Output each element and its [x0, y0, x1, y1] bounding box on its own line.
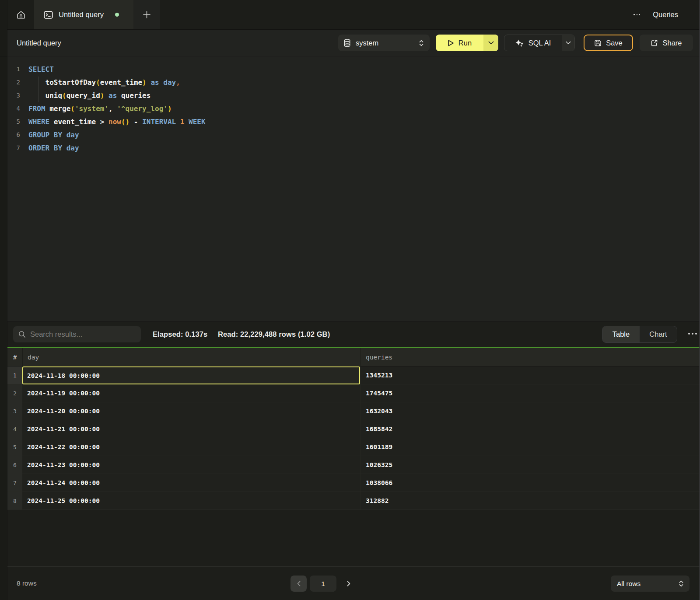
chevron-down-icon: [488, 41, 494, 45]
token-pl: [159, 78, 164, 87]
day-cell[interactable]: 2024-11-21 00:00:00: [22, 420, 360, 438]
code-line-3[interactable]: 3 uniq(query_id) as queries: [7, 89, 700, 102]
page-number-button[interactable]: 1: [310, 576, 336, 592]
queries-cell[interactable]: 1026325: [360, 456, 700, 474]
token-pl: uniq: [28, 91, 62, 100]
search-placeholder: Search results...: [30, 330, 82, 338]
queries-cell[interactable]: 1685842: [360, 420, 700, 438]
day-cell[interactable]: 2024-11-25 00:00:00: [22, 492, 360, 509]
queries-cell[interactable]: 1345213: [360, 366, 700, 384]
results-footer: 8 rows 1 All rows: [7, 566, 700, 600]
run-button[interactable]: Run: [436, 35, 483, 51]
sql-ai-button[interactable]: SQL AI: [504, 35, 562, 51]
select-chevrons-icon: [418, 39, 424, 47]
run-options-button[interactable]: [483, 35, 498, 51]
code-line-2[interactable]: 2 toStartOfDay(event_time) as day,: [7, 76, 700, 89]
tab-table[interactable]: Table: [602, 326, 640, 342]
plus-icon: [143, 10, 151, 19]
token-kw: GROUP BY day: [28, 131, 79, 139]
column-header-index[interactable]: #: [7, 348, 22, 366]
rail-divider: [0, 56, 7, 56]
more-menu-button[interactable]: [632, 12, 642, 17]
queries-cell[interactable]: 1601189: [360, 438, 700, 456]
sql-ai-button-group: SQL AI: [504, 35, 575, 51]
results-more-button[interactable]: [686, 330, 699, 337]
share-button[interactable]: Share: [640, 35, 693, 51]
tab-chart[interactable]: Chart: [640, 326, 677, 342]
queries-cell[interactable]: 1632043: [360, 402, 700, 420]
sql-ai-button-label: SQL AI: [528, 39, 551, 47]
day-cell[interactable]: 2024-11-23 00:00:00: [22, 456, 360, 474]
code-text: uniq(query_id) as queries: [28, 91, 150, 100]
page-size-value: All rows: [617, 580, 640, 588]
home-button[interactable]: [7, 0, 34, 29]
token-st: 'system': [75, 105, 108, 113]
line-number: 2: [7, 79, 20, 86]
tab-untitled-query[interactable]: Untitled query: [34, 0, 133, 29]
row-index-cell[interactable]: 6: [7, 456, 22, 474]
chevron-right-icon: [347, 581, 350, 586]
token-pl: toStartOfDay: [28, 78, 96, 87]
token-pl: [176, 118, 180, 126]
token-pr: ): [100, 91, 105, 100]
next-page-button[interactable]: [346, 576, 352, 592]
top-tab-bar: Untitled query Queries: [7, 0, 700, 30]
code-line-5[interactable]: 5WHERE event_time > now() - INTERVAL 1 W…: [7, 115, 700, 128]
query-title: Untitled query: [17, 30, 61, 56]
code-line-7[interactable]: 7ORDER BY day: [7, 141, 700, 154]
queries-cell[interactable]: 1745475: [360, 384, 700, 402]
sql-ai-options-button[interactable]: [562, 35, 574, 51]
run-button-group: Run: [436, 35, 498, 51]
save-button-label: Save: [606, 39, 623, 47]
token-kw: FROM: [28, 105, 46, 113]
code-line-6[interactable]: 6GROUP BY day: [7, 128, 700, 141]
chevron-down-icon: [566, 41, 571, 45]
queries-cell[interactable]: 312882: [360, 492, 700, 509]
row-index-cell[interactable]: 5: [7, 438, 22, 456]
run-button-label: Run: [458, 39, 472, 47]
queries-cell[interactable]: 1038066: [360, 474, 700, 492]
token-pl: event_time >: [49, 118, 108, 126]
row-count-label: 8 rows: [17, 567, 37, 600]
query-header: Untitled query system: [7, 30, 700, 56]
row-index-cell[interactable]: 2: [7, 384, 22, 402]
prev-page-button[interactable]: [290, 576, 307, 592]
sql-editor[interactable]: 1SELECT2 toStartOfDay(event_time) as day…: [7, 56, 700, 321]
row-index-cell[interactable]: 8: [7, 492, 22, 509]
day-cell[interactable]: 2024-11-18 00:00:00: [22, 366, 360, 384]
search-results-input[interactable]: Search results...: [13, 326, 141, 342]
code-line-1[interactable]: 1SELECT: [7, 63, 700, 76]
table-row-6: 62024-11-23 00:00:001026325: [7, 456, 700, 474]
table-row-3: 32024-11-20 00:00:001632043: [7, 402, 700, 420]
table-row-5: 52024-11-22 00:00:001601189: [7, 438, 700, 456]
database-select[interactable]: system: [338, 35, 430, 51]
save-icon: [594, 39, 602, 47]
pagination: 1: [290, 576, 352, 592]
tab-title: Untitled query: [59, 10, 104, 19]
new-tab-button[interactable]: [133, 0, 160, 29]
token-pr: ): [142, 78, 147, 87]
queries-link[interactable]: Queries: [653, 10, 678, 19]
results-table: # day queries 12024-11-18 00:00:00134521…: [7, 348, 700, 510]
row-index-cell[interactable]: 7: [7, 474, 22, 492]
home-icon: [16, 10, 26, 20]
code-text: GROUP BY day: [28, 131, 79, 139]
token-pr: (: [62, 91, 66, 100]
row-index-cell[interactable]: 3: [7, 402, 22, 420]
table-row-2: 22024-11-19 00:00:001745475: [7, 384, 700, 402]
column-header-queries[interactable]: queries: [360, 348, 700, 366]
database-select-value: system: [356, 39, 378, 47]
day-cell[interactable]: 2024-11-22 00:00:00: [22, 438, 360, 456]
day-cell[interactable]: 2024-11-19 00:00:00: [22, 384, 360, 402]
day-cell[interactable]: 2024-11-20 00:00:00: [22, 402, 360, 420]
page-size-select[interactable]: All rows: [611, 576, 690, 592]
row-index-cell[interactable]: 4: [7, 420, 22, 438]
dot: [688, 333, 690, 335]
table-row-4: 42024-11-21 00:00:001685842: [7, 420, 700, 438]
column-header-day[interactable]: day: [22, 348, 360, 366]
line-number: 7: [7, 144, 20, 151]
row-index-cell[interactable]: 1: [7, 366, 22, 384]
save-button[interactable]: Save: [584, 35, 633, 51]
day-cell[interactable]: 2024-11-24 00:00:00: [22, 474, 360, 492]
code-line-4[interactable]: 4FROM merge('system', '^query_log'): [7, 102, 700, 115]
